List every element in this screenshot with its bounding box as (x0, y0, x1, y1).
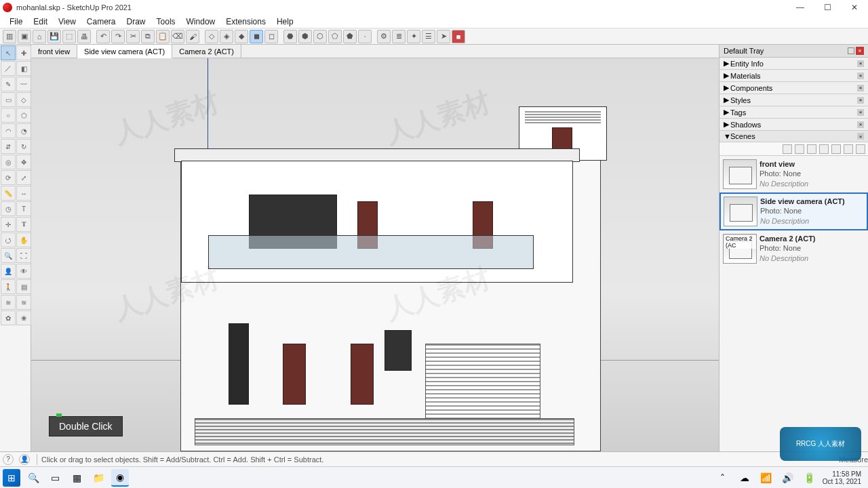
hidden-line-button[interactable]: ◈ (220, 30, 233, 43)
zoom-extents-tool[interactable]: ⛶ (16, 248, 31, 263)
select-tool[interactable]: ↖ (1, 45, 16, 60)
position-camera-tool[interactable]: 👤 (1, 264, 16, 279)
viewport[interactable]: 人人素材 人人素材 人人素材 人人素材 Double Click (31, 58, 719, 451)
line-tool[interactable]: ／ (1, 61, 16, 76)
record-stop-button[interactable]: ■ (452, 30, 465, 43)
search-button[interactable]: 🔍 (24, 469, 42, 487)
new-file-button[interactable]: ▥ (3, 30, 16, 43)
menu-tools[interactable]: Tools (151, 16, 181, 28)
protractor-tool[interactable]: ◷ (1, 201, 16, 216)
scene-item-side-view[interactable]: Side view camera (ACT) Photo: None No De… (719, 192, 868, 230)
panel-components[interactable]: ▶Components× (719, 82, 868, 94)
pushpull-tool[interactable]: ⇵ (1, 139, 16, 154)
component-tool[interactable]: ✚ (16, 45, 31, 60)
pan-tool[interactable]: ✋ (16, 232, 31, 247)
shaded-button[interactable]: ◆ (235, 30, 248, 43)
panel-close-icon[interactable]: × (857, 133, 864, 140)
3dtext-tool[interactable]: 𝐓 (16, 217, 31, 232)
panel-entity-info[interactable]: ▶Entity Info× (719, 58, 868, 70)
eraser-tool[interactable]: ◧ (16, 61, 31, 76)
solid-subtract-button[interactable]: ⬡ (313, 30, 327, 43)
scale-tool[interactable]: ⤢ (16, 170, 31, 185)
layers-button[interactable]: ≣ (392, 30, 406, 43)
panel-close-icon[interactable]: × (857, 121, 864, 128)
scene-item-camera-2[interactable]: Camera 2 (AC Camera 2 (ACT) Photo: None … (719, 230, 868, 267)
sandbox-tool[interactable]: ≋ (1, 295, 16, 310)
zoom-tool[interactable]: 🔍 (1, 248, 16, 263)
close-button[interactable]: ✕ (841, 0, 868, 15)
menu-edit[interactable]: Edit (28, 16, 53, 28)
walk-tool[interactable]: 🚶 (1, 279, 16, 294)
extensions-button[interactable]: ☰ (422, 30, 435, 43)
panel-close-icon[interactable]: × (857, 109, 864, 116)
tray-titlebar[interactable]: Default Tray × (719, 45, 868, 58)
panel-close-icon[interactable]: × (857, 97, 864, 104)
paste-button[interactable]: 📋 (156, 30, 170, 43)
scene-tab-camera-2[interactable]: Camera 2 (ACT) (172, 45, 241, 58)
scene-tab-front-view[interactable]: front view (31, 45, 77, 58)
solid-intersect-button[interactable]: ⬢ (298, 30, 312, 43)
solid-trim-button[interactable]: ⬠ (328, 30, 342, 43)
look-around-tool[interactable]: 👁 (16, 264, 31, 279)
scene-tab-side-view[interactable]: Side view camera (ACT) (77, 45, 172, 58)
solid-union-button[interactable]: ⬣ (283, 30, 297, 43)
print-button[interactable]: 🖶 (77, 30, 91, 43)
panel-close-icon[interactable]: × (857, 73, 864, 79)
panel-shadows[interactable]: ▶Shadows× (719, 119, 868, 131)
widgets-button[interactable]: ▦ (68, 469, 85, 487)
panel-tags[interactable]: ▶Tags× (719, 106, 868, 119)
iso-view-button[interactable]: ⬚ (62, 30, 76, 43)
pencil-tool[interactable]: ✎ (1, 77, 16, 92)
redo-button[interactable]: ↷ (111, 30, 125, 43)
copy-button[interactable]: ⧉ (141, 30, 155, 43)
remove-scene-button[interactable] (807, 144, 816, 154)
scene-details-button[interactable] (856, 144, 865, 154)
shaded-textures-button[interactable]: ◼ (250, 30, 263, 43)
tape-tool[interactable]: 📏 (1, 186, 16, 201)
panel-scenes[interactable]: ▼Scenes× (719, 131, 868, 142)
extension1-tool[interactable]: ✿ (1, 310, 16, 325)
move-tool[interactable]: ✥ (16, 155, 31, 169)
scene-view-button[interactable] (844, 144, 853, 154)
menu-camera[interactable]: Camera (81, 16, 121, 28)
pie-tool[interactable]: ◔ (16, 123, 31, 138)
tray-chevron-icon[interactable]: ˄ (714, 469, 732, 487)
update-scene-button[interactable] (783, 144, 792, 154)
freehand-tool[interactable]: 〰 (16, 77, 31, 92)
rectangle-tool[interactable]: ▭ (1, 92, 16, 107)
extension2-tool[interactable]: ❀ (16, 310, 31, 325)
menu-window[interactable]: Window (181, 16, 221, 28)
undo-button[interactable]: ↶ (96, 30, 110, 43)
cut-button[interactable]: ✂ (126, 30, 140, 43)
save-button[interactable]: 💾 (47, 30, 61, 43)
menu-draw[interactable]: Draw (121, 16, 151, 28)
model-building[interactable] (180, 160, 601, 451)
move-scene-up-button[interactable] (819, 144, 829, 154)
menu-view[interactable]: View (53, 16, 81, 28)
menu-file[interactable]: File (4, 16, 28, 28)
explorer-button[interactable]: 📁 (90, 469, 107, 487)
rotate-tool[interactable]: ⟳ (1, 170, 16, 185)
tray-close-icon[interactable]: × (856, 47, 864, 55)
user-icon[interactable]: 👤 (19, 454, 30, 465)
axes-tool[interactable]: ✛ (1, 217, 16, 232)
wireframe-button[interactable]: ◇ (205, 30, 218, 43)
send-button[interactable]: ➤ (437, 30, 450, 43)
panel-styles[interactable]: ▶Styles× (719, 94, 868, 106)
panel-materials[interactable]: ▶Materials× (719, 70, 868, 82)
start-button[interactable]: ⊞ (3, 469, 20, 487)
home-button[interactable]: ⌂ (33, 30, 46, 43)
taskbar-clock[interactable]: 11:58 PM Oct 13, 2021 (823, 470, 865, 485)
solid-split-button[interactable]: ⬟ (343, 30, 357, 43)
sandbox-stamp-tool[interactable]: ≊ (16, 295, 31, 310)
open-file-button[interactable]: ▣ (18, 30, 31, 43)
battery-icon[interactable]: 🔋 (801, 469, 818, 487)
scene-item-front-view[interactable]: front view Photo: None No Description (719, 156, 868, 192)
solid-outer-shell-button[interactable]: ⬞ (358, 30, 372, 43)
move-scene-down-button[interactable] (831, 144, 841, 154)
followme-tool[interactable]: ↻ (16, 139, 31, 154)
rotated-rect-tool[interactable]: ◇ (16, 92, 31, 107)
wifi-icon[interactable]: 📶 (757, 469, 775, 487)
section-plane-tool[interactable]: ▤ (16, 279, 31, 294)
polygon-tool[interactable]: ⬠ (16, 108, 31, 123)
